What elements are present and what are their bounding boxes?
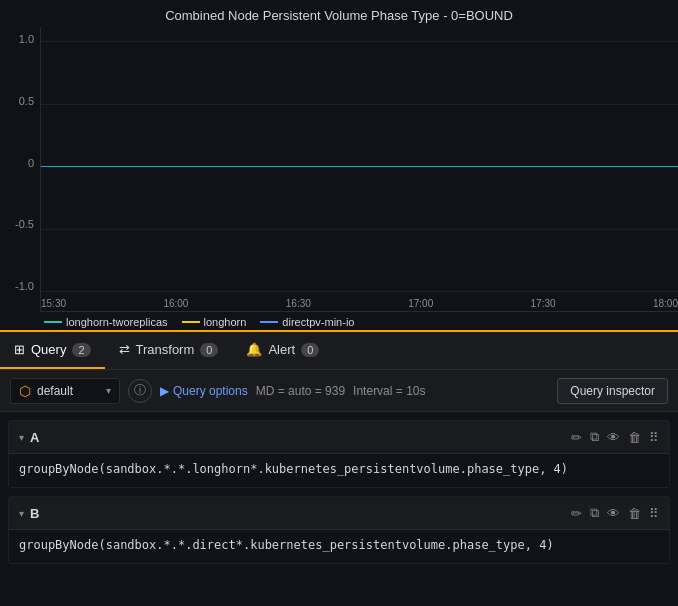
y-axis: 1.0 0.5 0 -0.5 -1.0 — [0, 27, 40, 312]
chevron-right-icon: ▶ — [160, 384, 169, 398]
tabs-bar: ⊞ Query 2 ⇄ Transform 0 🔔 Alert 0 — [0, 330, 678, 370]
collapse-icon-b[interactable]: ▾ — [19, 508, 24, 519]
x-label-2: 16:00 — [163, 298, 188, 311]
query-options-bar: ⬡ default ▾ ⓘ ▶ Query options MD = auto … — [0, 370, 678, 412]
query-section-b-header: ▾ B ✏ ⧉ 👁 🗑 ⠿ — [9, 497, 669, 529]
legend-item-1: longhorn-tworeplicas — [44, 316, 168, 328]
query-section-b-actions: ✏ ⧉ 👁 🗑 ⠿ — [571, 505, 659, 521]
chevron-down-icon: ▾ — [106, 385, 111, 396]
y-label-2: 0.5 — [19, 95, 34, 107]
y-label-1: 1.0 — [19, 33, 34, 45]
tab-transform-badge: 0 — [200, 343, 218, 357]
drag-icon-a[interactable]: ⠿ — [649, 430, 659, 445]
tab-alert[interactable]: 🔔 Alert 0 — [232, 332, 333, 369]
datasource-icon: ⬡ — [19, 383, 31, 399]
x-label-5: 17:30 — [531, 298, 556, 311]
query-section-b: ▾ B ✏ ⧉ 👁 🗑 ⠿ groupByNode(sandbox.*.*.di… — [8, 496, 670, 564]
legend-label-1: longhorn-tworeplicas — [66, 316, 168, 328]
tab-transform-label: Transform — [136, 342, 195, 357]
tab-alert-badge: 0 — [301, 343, 319, 357]
y-label-5: -1.0 — [15, 280, 34, 292]
legend-line-1 — [44, 321, 62, 323]
delete-icon-b[interactable]: 🗑 — [628, 506, 641, 521]
query-label-b: B — [30, 506, 39, 521]
chart-title: Combined Node Persistent Volume Phase Ty… — [0, 8, 678, 23]
info-button[interactable]: ⓘ — [128, 379, 152, 403]
legend-line-2 — [182, 321, 200, 323]
query-options-label: Query options — [173, 384, 248, 398]
datasource-label: default — [37, 384, 73, 398]
query-section-a-actions: ✏ ⧉ 👁 🗑 ⠿ — [571, 429, 659, 445]
tab-query-label: Query — [31, 342, 66, 357]
y-label-3: 0 — [28, 157, 34, 169]
y-label-4: -0.5 — [15, 218, 34, 230]
query-section-a-header: ▾ A ✏ ⧉ 👁 🗑 ⠿ — [9, 421, 669, 453]
chart-container: Combined Node Persistent Volume Phase Ty… — [0, 0, 678, 330]
datasource-select[interactable]: ⬡ default ▾ — [10, 378, 120, 404]
edit-icon-a[interactable]: ✏ — [571, 430, 582, 445]
eye-icon-b[interactable]: 👁 — [607, 506, 620, 521]
table-icon: ⊞ — [14, 342, 25, 357]
query-inspector-button[interactable]: Query inspector — [557, 378, 668, 404]
tab-query-badge: 2 — [72, 343, 90, 357]
query-options-link[interactable]: ▶ Query options — [160, 384, 248, 398]
legend-item-3: directpv-min-io — [260, 316, 354, 328]
query-input-b[interactable]: groupByNode(sandbox.*.*.direct*.kubernet… — [9, 529, 669, 563]
query-section-a: ▾ A ✏ ⧉ 👁 🗑 ⠿ groupByNode(sandbox.*.*.lo… — [8, 420, 670, 488]
bell-icon: 🔔 — [246, 342, 262, 357]
eye-icon-a[interactable]: 👁 — [607, 430, 620, 445]
x-label-3: 16:30 — [286, 298, 311, 311]
x-axis: 15:30 16:00 16:30 17:00 17:30 18:00 — [41, 296, 678, 311]
chart-legend: longhorn-tworeplicas longhorn directpv-m… — [0, 312, 678, 332]
delete-icon-a[interactable]: 🗑 — [628, 430, 641, 445]
tab-transform[interactable]: ⇄ Transform 0 — [105, 332, 233, 369]
md-label: MD = auto = 939 — [256, 384, 345, 398]
zero-line — [41, 166, 678, 167]
copy-icon-b[interactable]: ⧉ — [590, 505, 599, 521]
query-label-a: A — [30, 430, 39, 445]
drag-icon-b[interactable]: ⠿ — [649, 506, 659, 521]
info-icon: ⓘ — [134, 382, 146, 399]
x-label-6: 18:00 — [653, 298, 678, 311]
copy-icon-a[interactable]: ⧉ — [590, 429, 599, 445]
x-label-4: 17:00 — [408, 298, 433, 311]
collapse-icon-a[interactable]: ▾ — [19, 432, 24, 443]
chart-area: 1.0 0.5 0 -0.5 -1.0 15:30 16:00 16:30 17… — [0, 27, 678, 312]
legend-label-3: directpv-min-io — [282, 316, 354, 328]
tab-alert-label: Alert — [268, 342, 295, 357]
transform-icon: ⇄ — [119, 342, 130, 357]
chart-plot: 15:30 16:00 16:30 17:00 17:30 18:00 — [40, 27, 678, 312]
interval-label: Interval = 10s — [353, 384, 425, 398]
x-label-1: 15:30 — [41, 298, 66, 311]
query-input-a[interactable]: groupByNode(sandbox.*.*.longhorn*.kubern… — [9, 453, 669, 487]
legend-item-2: longhorn — [182, 316, 247, 328]
legend-line-3 — [260, 321, 278, 323]
tab-query[interactable]: ⊞ Query 2 — [0, 332, 105, 369]
legend-label-2: longhorn — [204, 316, 247, 328]
edit-icon-b[interactable]: ✏ — [571, 506, 582, 521]
